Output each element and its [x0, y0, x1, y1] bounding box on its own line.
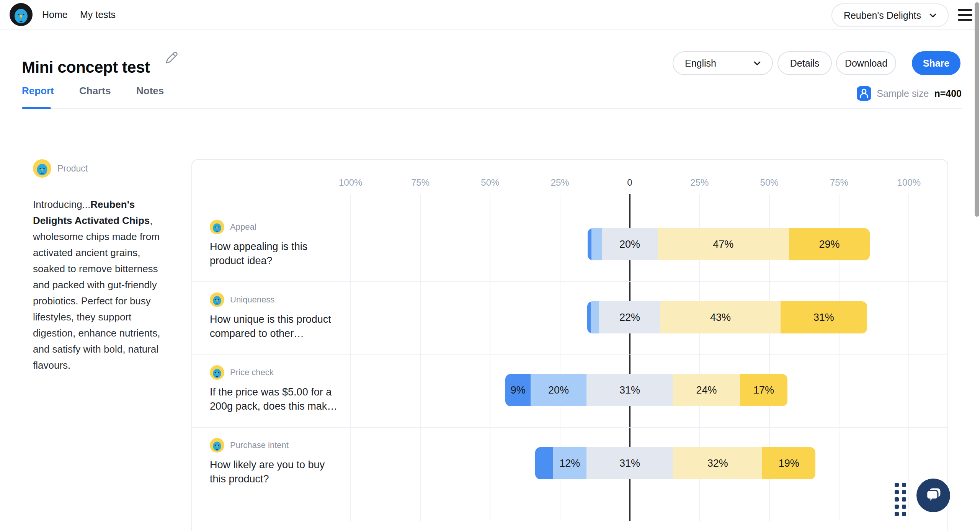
- menu-icon[interactable]: [958, 9, 972, 21]
- product-description: Introducing...Reuben's Delights Activate…: [33, 196, 167, 373]
- question-category-label: Appeal: [230, 222, 256, 232]
- bar-segment-high[interactable]: 32%: [673, 447, 762, 479]
- bar-segment-low[interactable]: 12%: [553, 447, 586, 479]
- gridline: [420, 194, 421, 521]
- app-logo-icon[interactable]: [10, 3, 33, 26]
- diverging-bar: 12%31%32%19%: [535, 447, 815, 479]
- question-category-label: Price check: [230, 368, 274, 377]
- tab-report[interactable]: Report: [22, 85, 54, 97]
- question-text: How unique is this product compared to o…: [210, 312, 331, 341]
- nav-home-link[interactable]: Home: [42, 0, 68, 29]
- gridline: [350, 194, 351, 521]
- sample-size-value: n=400: [934, 88, 962, 99]
- segment-value-label: 31%: [619, 384, 640, 396]
- top-nav-bar: Home My tests Reuben's Delights: [0, 0, 980, 30]
- bar-segment-low[interactable]: 20%: [531, 374, 586, 406]
- axis-tick-label: 0: [607, 177, 653, 188]
- download-button[interactable]: Download: [836, 51, 896, 75]
- chart-row-header: Purchase intent: [210, 438, 289, 453]
- product-label: Product: [57, 163, 88, 174]
- sample-size-label: Sample size: [877, 88, 929, 99]
- avatar: [210, 220, 224, 234]
- segment-value-label: 17%: [753, 384, 774, 396]
- question-category-label: Uniqueness: [230, 295, 274, 305]
- language-value: English: [685, 58, 716, 69]
- segment-value-label: 47%: [713, 239, 733, 250]
- row-divider: [192, 427, 947, 428]
- tab-charts[interactable]: Charts: [79, 85, 111, 97]
- chevron-down-icon: [929, 13, 936, 18]
- axis-tick-label: 75%: [816, 177, 862, 188]
- segment-value-label: 31%: [813, 312, 834, 324]
- axis-tick-label: 25%: [537, 177, 583, 188]
- language-dropdown[interactable]: English: [673, 51, 773, 75]
- segment-value-label: 29%: [819, 239, 840, 250]
- axis-tick-label: 50%: [746, 177, 792, 188]
- bar-segment-very_low[interactable]: 9%: [505, 374, 531, 406]
- page-title: Mini concept test: [22, 58, 150, 77]
- bar-segment-very_high[interactable]: 19%: [762, 447, 815, 479]
- bar-segment-high[interactable]: 24%: [673, 374, 740, 406]
- segment-value-label: 19%: [779, 457, 799, 469]
- bar-segment-low[interactable]: [591, 228, 602, 260]
- avatar: [210, 438, 224, 453]
- segment-value-label: 12%: [559, 457, 580, 469]
- question-text: How likely are you to buy this product?: [210, 458, 325, 486]
- bar-segment-high[interactable]: 43%: [660, 301, 781, 333]
- chevron-down-icon: [754, 61, 761, 65]
- bar-segment-very_high[interactable]: 31%: [781, 301, 867, 333]
- avatar: [210, 292, 224, 307]
- axis-tick-label: 100%: [328, 177, 374, 188]
- nav-my-tests-link[interactable]: My tests: [80, 0, 116, 29]
- scrollbar-thumb[interactable]: [975, 2, 979, 217]
- person-icon: [857, 86, 871, 101]
- avatar: [210, 365, 224, 380]
- diverging-bar: 9%20%31%24%17%: [505, 374, 787, 406]
- tab-notes[interactable]: Notes: [136, 85, 164, 97]
- question-text: If the price was $5.00 for a 200g pack, …: [210, 385, 337, 413]
- bar-segment-neutral[interactable]: 22%: [599, 301, 660, 333]
- question-category-label: Purchase intent: [230, 440, 289, 450]
- bar-segment-neutral[interactable]: 20%: [602, 228, 658, 260]
- tabs-divider: [22, 108, 962, 109]
- chat-button[interactable]: [916, 479, 950, 512]
- sample-size: Sample size n=400: [857, 86, 962, 101]
- bar-segment-neutral[interactable]: 31%: [586, 447, 673, 479]
- edit-title-icon[interactable]: [165, 51, 178, 65]
- gridline: [908, 194, 909, 521]
- segment-value-label: 20%: [619, 239, 640, 250]
- bar-segment-low[interactable]: [591, 301, 599, 333]
- details-button[interactable]: Details: [777, 51, 832, 75]
- chat-bubble-icon: [923, 485, 943, 505]
- workspace-dropdown[interactable]: Reuben's Delights: [831, 3, 949, 27]
- question-text: How appealing is this product idea?: [210, 240, 307, 268]
- bar-segment-very_low[interactable]: [587, 301, 591, 333]
- row-divider: [192, 354, 947, 355]
- bar-segment-very_high[interactable]: 17%: [740, 374, 787, 406]
- axis-tick-label: 25%: [676, 177, 722, 188]
- axis-tick-label: 75%: [397, 177, 443, 188]
- chart-row-header: Uniqueness: [210, 292, 274, 307]
- bar-segment-very_low[interactable]: [535, 447, 553, 479]
- diverging-bar: 20%47%29%: [588, 228, 870, 260]
- bar-segment-neutral[interactable]: 31%: [586, 374, 673, 406]
- bar-segment-very_high[interactable]: 29%: [789, 228, 870, 260]
- segment-value-label: 31%: [619, 457, 640, 469]
- active-tab-indicator: [22, 107, 51, 109]
- chart-row-header: Price check: [210, 365, 274, 380]
- workspace-name: Reuben's Delights: [844, 10, 921, 21]
- axis-tick-label: 50%: [467, 177, 513, 188]
- bar-segment-very_low[interactable]: [588, 228, 591, 260]
- bar-segment-high[interactable]: 47%: [658, 228, 789, 260]
- axis-tick-label: 100%: [886, 177, 932, 188]
- segment-value-label: 22%: [619, 312, 640, 324]
- segment-value-label: 32%: [707, 457, 728, 469]
- share-button[interactable]: Share: [912, 51, 960, 75]
- drag-handle[interactable]: [895, 483, 906, 516]
- report-chart-card: 100%75%50%25%025%50%75%100%AppealHow app…: [191, 159, 948, 531]
- segment-value-label: 24%: [696, 384, 717, 396]
- gridline: [490, 194, 490, 521]
- segment-value-label: 9%: [511, 384, 526, 396]
- segment-value-label: 20%: [548, 384, 569, 396]
- chart-row-header: Appeal: [210, 220, 256, 234]
